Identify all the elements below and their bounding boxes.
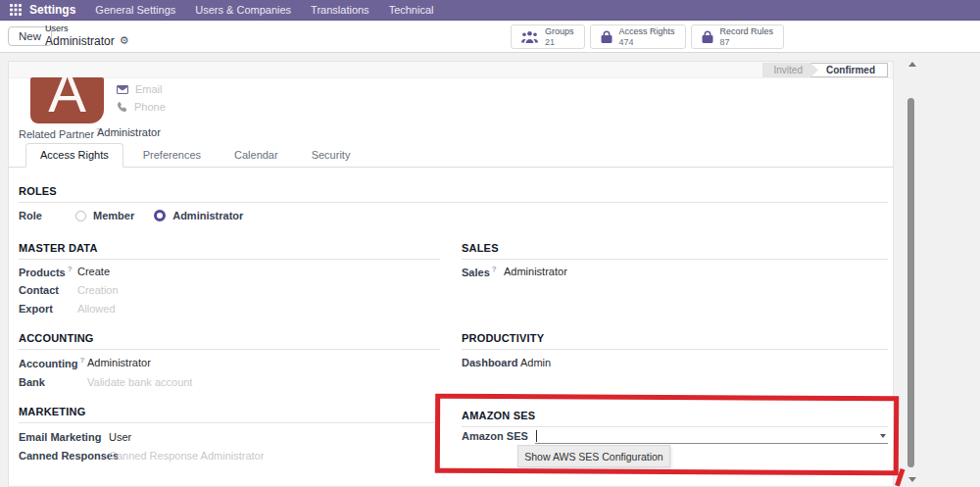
breadcrumb-parent[interactable]: Users (45, 24, 129, 34)
contact-block: Email Phone (117, 83, 166, 113)
email-field[interactable]: Email (117, 83, 166, 95)
gear-icon[interactable]: ⚙ (120, 34, 129, 47)
field-row-contact: Contact Creation (19, 283, 119, 297)
scrollbar-down-arrow[interactable] (908, 477, 916, 482)
radio-option-administrator[interactable]: Administrator (154, 210, 243, 221)
field-row-canned-responses: Canned Responses Canned Response Adminis… (19, 449, 264, 463)
field-label: Canned Responses (19, 450, 109, 462)
groups-stat-button[interactable]: Groups 21 (511, 24, 585, 49)
section-heading-accounting: ACCOUNTING (19, 332, 440, 350)
avatar[interactable]: A (30, 77, 104, 123)
text-cursor (536, 430, 537, 442)
field-row-dashboard: Dashboard Admin (462, 356, 551, 369)
envelope-icon (117, 85, 128, 94)
radio-option-member[interactable]: Member (75, 210, 134, 221)
field-label: Accounting? (19, 356, 87, 369)
breadcrumb: Users Administrator ⚙ (45, 24, 129, 48)
nav-item-technical[interactable]: Technical (389, 4, 434, 16)
notebook-tabs: Access Rights Preferences Calendar Secur… (9, 144, 893, 168)
stat-value: 474 (619, 37, 675, 48)
field-value[interactable]: Allowed (77, 303, 116, 315)
stat-label: Groups (545, 26, 574, 37)
field-row-export: Export Allowed (19, 302, 116, 316)
field-value[interactable]: Create (77, 266, 110, 277)
field-value[interactable]: Administrator (87, 357, 151, 368)
nav-item-translations[interactable]: Translations (311, 4, 369, 16)
related-partner-row: Related Partner? Administrator (19, 126, 101, 140)
status-step-confirmed[interactable]: Confirmed (809, 63, 888, 77)
section-heading-sales: SALES (462, 242, 888, 260)
statusbar-steps: Invited Confirmed (762, 63, 888, 77)
field-label: Amazon SES (462, 430, 535, 442)
nav-item-general-settings[interactable]: General Settings (95, 4, 175, 16)
field-value[interactable]: Admin (520, 357, 551, 368)
field-row-email-marketing: Email Marketing User (19, 430, 131, 444)
field-value[interactable]: Canned Response Administrator (109, 450, 264, 462)
help-indicator: ? (80, 356, 85, 365)
field-value[interactable]: Validate bank account (87, 376, 192, 388)
section-heading-master-data: MASTER DATA (19, 242, 440, 260)
related-partner-value[interactable]: Administrator (97, 126, 161, 138)
control-panel: New Users Administrator ⚙ Groups 21 (0, 21, 980, 53)
field-value[interactable]: Administrator (504, 266, 567, 277)
stat-value: 87 (720, 37, 774, 48)
tab-security[interactable]: Security (298, 144, 365, 167)
amazon-ses-input[interactable] (535, 428, 888, 444)
role-field-row: Role Member Administrator (19, 209, 263, 222)
tab-access-rights[interactable]: Access Rights (25, 143, 123, 168)
scrollbar-thumb[interactable] (907, 98, 914, 467)
field-row-amazon-ses: Amazon SES (462, 429, 888, 443)
scrollbar-up-arrow[interactable] (908, 62, 916, 67)
field-label: Export (19, 303, 77, 315)
help-indicator: ? (492, 265, 497, 273)
section-heading-marketing: MARKETING (19, 406, 440, 423)
field-row-bank: Bank Validate bank account (19, 375, 192, 389)
section-heading-amazon-ses: AMAZON SES (462, 410, 888, 427)
phone-field[interactable]: Phone (117, 101, 166, 113)
nav-item-users-companies[interactable]: Users & Companies (195, 4, 291, 16)
nav-menu: General Settings Users & Companies Trans… (95, 4, 433, 16)
section-heading-roles: ROLES (19, 185, 888, 203)
field-label: Dashboard (462, 357, 520, 368)
stat-label: Access Rights (619, 26, 675, 37)
form-sheet: Invited Confirmed A Email Phone Related … (8, 61, 894, 487)
field-label: Sales? (462, 265, 504, 278)
stat-button-group: Groups 21 Access Rights 474 Record (511, 24, 784, 49)
field-value[interactable]: Creation (77, 284, 119, 296)
stat-label: Record Rules (720, 26, 774, 37)
role-label: Role (19, 210, 75, 221)
stat-value: 21 (545, 37, 574, 48)
breadcrumb-current: Administrator ⚙ (45, 34, 129, 48)
related-partner-label: Related Partner? (19, 128, 101, 140)
radio-checked-icon[interactable] (154, 210, 166, 221)
field-row-accounting: Accounting? Administrator (19, 356, 151, 369)
app-switcher[interactable]: Settings (10, 3, 75, 17)
tab-calendar[interactable]: Calendar (220, 144, 292, 167)
field-label: Email Marketing (19, 431, 109, 443)
field-label: Contact (19, 284, 77, 296)
lock-icon (702, 30, 713, 43)
lock-icon (601, 30, 612, 43)
field-value[interactable]: User (109, 431, 131, 443)
field-label: Products? (19, 265, 77, 278)
field-row-sales: Sales? Administrator (462, 265, 567, 278)
section-heading-productivity: PRODUCTIVITY (462, 332, 888, 350)
statusbar: Invited Confirmed (9, 62, 893, 78)
status-step-invited[interactable]: Invited (762, 63, 818, 77)
top-nav-bar: Settings General Settings Users & Compan… (0, 0, 980, 21)
app-name[interactable]: Settings (29, 3, 75, 17)
apps-grid-icon[interactable] (10, 4, 22, 16)
tab-preferences[interactable]: Preferences (129, 144, 215, 167)
access-rights-stat-button[interactable]: Access Rights 474 (590, 24, 686, 49)
radio-unchecked-icon[interactable] (75, 211, 86, 221)
dropdown-caret-icon[interactable] (880, 434, 886, 438)
phone-icon (117, 102, 127, 113)
field-label: Bank (19, 376, 87, 388)
field-row-products: Products? Create (19, 265, 110, 278)
dropdown-option-show-aws-ses-configuration[interactable]: Show AWS SES Configuration (517, 445, 670, 467)
users-group-icon (521, 30, 538, 43)
record-rules-stat-button[interactable]: Record Rules 87 (691, 24, 785, 49)
help-indicator: ? (68, 265, 73, 273)
